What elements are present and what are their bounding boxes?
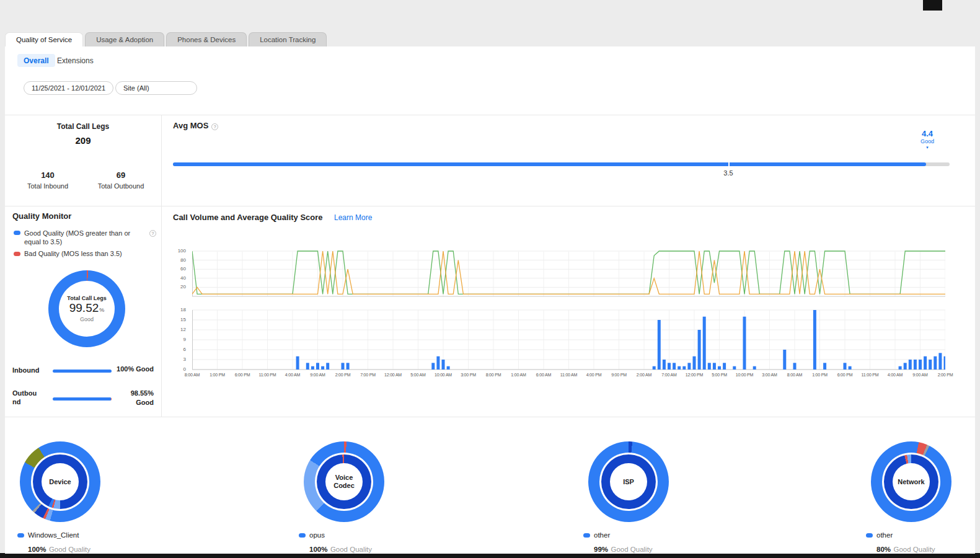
voice-codec-legend-pct: 100% — [309, 546, 327, 553]
axis-tick-label: 4:00 PM — [586, 373, 602, 377]
avg-mos-fill — [173, 162, 926, 166]
subtab-extensions[interactable]: Extensions — [51, 54, 100, 67]
site-filter[interactable]: Site (All) — [115, 81, 197, 95]
call-volume-title: Call Volume and Average Quality Score — [173, 213, 323, 222]
axis-tick-label: 9 — [183, 337, 186, 342]
isp-legend-quality: Good Quality — [611, 546, 652, 553]
axis-tick-label: 4:00 AM — [888, 373, 903, 377]
bar-chart-y-axis: 0369121518 — [167, 308, 190, 373]
outbound-bar-fill — [53, 397, 111, 401]
info-icon[interactable]: ? — [149, 230, 156, 237]
inbound-rate-label: Inbound — [12, 366, 39, 374]
axis-tick-label: 8:00 PM — [486, 373, 501, 377]
axis-tick-label: 6 — [183, 347, 186, 352]
axis-tick-label: 4:00 AM — [285, 373, 300, 377]
axis-tick-label: 1:00 PM — [210, 373, 225, 377]
tab-quality-of-service[interactable]: Quality of Service — [5, 32, 83, 46]
axis-tick-label: 12:00 PM — [686, 373, 703, 377]
axis-tick-label: 18 — [180, 307, 186, 312]
top-right-dark-box — [923, 0, 942, 11]
device-legend-pct: 100% — [28, 546, 46, 553]
divider — [5, 115, 975, 115]
axis-tick-label: 12:00 AM — [384, 373, 402, 377]
call-volume-header: Call Volume and Average Quality Score Le… — [173, 211, 372, 223]
tab-usage-adoption[interactable]: Usage & Adoption — [85, 32, 164, 46]
avg-mos-slider[interactable] — [173, 162, 950, 166]
donut-center-sub: Good — [80, 316, 94, 322]
legend-good-quality: Good Quality (MOS greater than or equal … — [14, 229, 156, 247]
total-outbound-block: 69 Total Outbound — [84, 170, 157, 190]
axis-tick-label: 8:00 AM — [787, 373, 802, 377]
network-donut-label: Network — [893, 463, 930, 500]
device-donut-inner: Device — [33, 454, 87, 509]
axis-tick-label: 2:00 AM — [637, 373, 651, 377]
axis-tick-label: 11:00 PM — [862, 373, 879, 377]
network-donut-gap: Network — [882, 453, 940, 511]
donut-center-value: 99.52% — [69, 301, 105, 315]
bad-quality-legend-text: Bad Quality (MOS less than 3.5) — [24, 250, 156, 257]
divider — [5, 417, 975, 417]
bottom-dark-bar — [0, 553, 980, 558]
voice-codec-donut-inner: Voice Codec — [317, 454, 371, 509]
avg-mos-marker: 4.4 Good ▼ — [914, 129, 941, 149]
tab-phones-devices[interactable]: Phones & Devices — [166, 32, 247, 46]
voice-codec-donut-label: Voice Codec — [325, 463, 363, 500]
call-volume-bar-chart — [192, 308, 945, 372]
qos-dashboard-screen: Quality of Service Usage & Adoption Phon… — [0, 0, 980, 558]
inbound-value: 140 — [11, 170, 84, 180]
device-legend-name: Windows_Client — [28, 531, 79, 539]
avg-mos-value-sub: Good — [920, 139, 935, 145]
axis-tick-label: 11:00 PM — [259, 373, 276, 377]
voice-codec-donut-gap: Voice Codec — [315, 453, 373, 511]
quality-monitor-title: Quality Monitor — [12, 211, 71, 221]
axis-tick-label: 5:00 AM — [410, 373, 425, 377]
info-icon[interactable]: ? — [211, 123, 218, 130]
axis-tick-label: 10:00 PM — [736, 373, 753, 377]
mos-threshold-tick — [728, 162, 730, 167]
quality-line-chart — [192, 249, 945, 298]
isp-legend-pct: 99% — [594, 546, 608, 553]
total-quality-donut-center: Total Call Legs 99.52% Good — [59, 281, 115, 337]
voice-codec-donut: Voice Codec — [304, 441, 384, 522]
date-range-filter[interactable]: 11/25/2021 - 12/01/2021 — [24, 81, 113, 95]
voice-codec-legend-name: opus — [309, 531, 325, 539]
axis-tick-label: 3 — [183, 356, 186, 362]
network-donut-inner: Network — [884, 454, 938, 509]
device-donut-gap: Device — [31, 453, 89, 511]
device-legend-quality: Good Quality — [49, 546, 90, 553]
good-quality-dot-icon — [14, 231, 20, 235]
isp-legend: other 99% Good Quality — [583, 529, 653, 554]
dashboard-card: Overall Extensions 11/25/2021 - 12/01/20… — [5, 46, 975, 554]
axis-tick-label: 6:00 PM — [837, 373, 853, 377]
network-legend-name: other — [876, 531, 893, 539]
isp-donut-inner: ISP — [601, 454, 656, 509]
avg-mos-header: Avg MOS? — [173, 120, 218, 131]
network-legend-quality: Good Quality — [893, 546, 935, 553]
axis-tick-label: 8:00 AM — [185, 373, 200, 377]
axis-tick-label: 10:00 AM — [435, 373, 452, 377]
axis-tick-label: 1:00 PM — [812, 373, 828, 377]
inbound-label: Total Inbound — [11, 182, 84, 190]
axis-tick-label: 3:00 PM — [461, 373, 476, 377]
axis-tick-label: 11:00 AM — [560, 373, 577, 377]
learn-more-link[interactable]: Learn More — [334, 213, 372, 222]
network-legend: other 80% Good Quality — [866, 529, 935, 554]
axis-tick-label: 5:00 PM — [712, 373, 727, 377]
axis-tick-label: 40 — [180, 275, 186, 281]
network-donut: Network — [871, 441, 951, 522]
axis-tick-label: 0 — [183, 366, 186, 372]
tab-location-tracking[interactable]: Location Tracking — [249, 32, 327, 46]
axis-tick-label: 9:00 AM — [310, 373, 325, 377]
subtab-overall[interactable]: Overall — [17, 54, 55, 67]
axis-tick-label: 60 — [180, 266, 186, 272]
outbound-rate-text: 98.55% Good — [121, 389, 154, 407]
avg-mos-value: 4.4 — [914, 129, 941, 138]
chart-x-axis: 8:00 AM1:00 PM6:00 PM11:00 PM4:00 AM9:00… — [192, 373, 945, 380]
divider — [5, 206, 975, 206]
total-quality-donut: Total Call Legs 99.52% Good — [48, 270, 125, 347]
legend-dot-icon — [583, 533, 590, 538]
outbound-bar-bad — [111, 397, 112, 401]
axis-tick-label: 2:00 PM — [938, 373, 953, 377]
total-call-legs-value: 209 — [5, 135, 161, 146]
axis-tick-label: 80 — [180, 257, 186, 263]
